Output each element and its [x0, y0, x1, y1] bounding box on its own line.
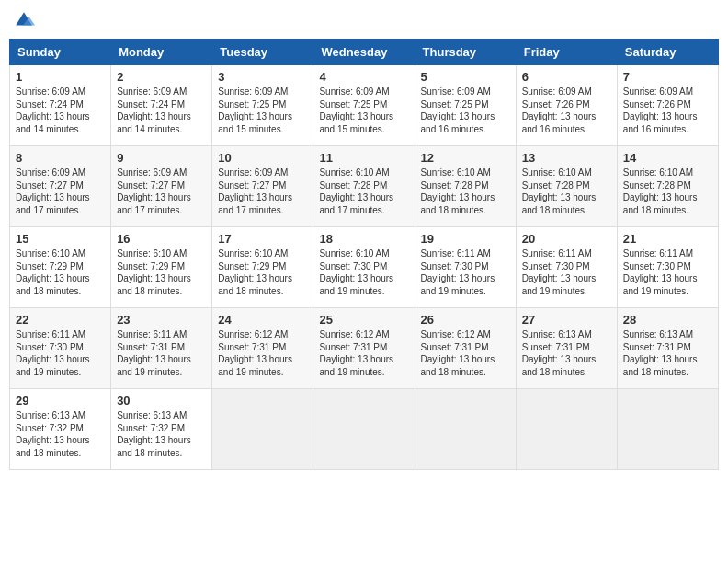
day-number: 28	[623, 313, 712, 327]
day-info: Sunrise: 6:13 AM Sunset: 7:31 PM Dayligh…	[522, 328, 611, 378]
day-number: 8	[16, 151, 105, 165]
day-number: 10	[218, 151, 307, 165]
calendar-week-1: 1 Sunrise: 6:09 AM Sunset: 7:24 PM Dayli…	[10, 65, 719, 146]
day-info: Sunrise: 6:10 AM Sunset: 7:30 PM Dayligh…	[319, 247, 408, 297]
calendar-week-2: 8 Sunrise: 6:09 AM Sunset: 7:27 PM Dayli…	[10, 146, 719, 227]
day-info: Sunrise: 6:13 AM Sunset: 7:32 PM Dayligh…	[117, 409, 206, 459]
day-info: Sunrise: 6:11 AM Sunset: 7:31 PM Dayligh…	[117, 328, 206, 378]
day-info: Sunrise: 6:10 AM Sunset: 7:28 PM Dayligh…	[421, 167, 510, 216]
weekday-header-thursday: Thursday	[415, 40, 516, 65]
day-number: 29	[16, 394, 105, 408]
day-number: 2	[117, 70, 206, 84]
calendar-cell: 27 Sunrise: 6:13 AM Sunset: 7:31 PM Dayl…	[516, 308, 617, 389]
calendar-cell: 4 Sunrise: 6:09 AM Sunset: 7:25 PM Dayli…	[313, 65, 415, 146]
calendar-cell: 13 Sunrise: 6:10 AM Sunset: 7:28 PM Dayl…	[516, 146, 617, 227]
day-info: Sunrise: 6:09 AM Sunset: 7:24 PM Dayligh…	[117, 86, 206, 135]
day-info: Sunrise: 6:12 AM Sunset: 7:31 PM Dayligh…	[218, 328, 307, 378]
day-info: Sunrise: 6:10 AM Sunset: 7:29 PM Dayligh…	[218, 247, 307, 297]
calendar-cell: 11 Sunrise: 6:10 AM Sunset: 7:28 PM Dayl…	[313, 146, 415, 227]
calendar-cell: 7 Sunrise: 6:09 AM Sunset: 7:26 PM Dayli…	[617, 65, 718, 146]
day-number: 9	[117, 151, 206, 165]
day-number: 11	[319, 151, 408, 165]
calendar-cell: 5 Sunrise: 6:09 AM Sunset: 7:25 PM Dayli…	[415, 65, 516, 146]
calendar-cell: 2 Sunrise: 6:09 AM Sunset: 7:24 PM Dayli…	[111, 65, 212, 146]
day-number: 25	[319, 313, 408, 327]
calendar-cell: 30 Sunrise: 6:13 AM Sunset: 7:32 PM Dayl…	[111, 389, 212, 470]
calendar-cell: 6 Sunrise: 6:09 AM Sunset: 7:26 PM Dayli…	[516, 65, 617, 146]
calendar-week-4: 22 Sunrise: 6:11 AM Sunset: 7:30 PM Dayl…	[10, 308, 719, 389]
day-number: 30	[117, 394, 206, 408]
day-info: Sunrise: 6:09 AM Sunset: 7:25 PM Dayligh…	[319, 86, 408, 135]
calendar-cell: 25 Sunrise: 6:12 AM Sunset: 7:31 PM Dayl…	[313, 308, 415, 389]
calendar-week-5: 29 Sunrise: 6:13 AM Sunset: 7:32 PM Dayl…	[10, 389, 719, 470]
calendar-cell: 17 Sunrise: 6:10 AM Sunset: 7:29 PM Dayl…	[212, 227, 313, 308]
calendar-cell	[212, 389, 313, 470]
calendar-cell: 9 Sunrise: 6:09 AM Sunset: 7:27 PM Dayli…	[111, 146, 212, 227]
calendar-cell: 15 Sunrise: 6:10 AM Sunset: 7:29 PM Dayl…	[10, 227, 111, 308]
day-number: 26	[421, 313, 510, 327]
calendar-week-3: 15 Sunrise: 6:10 AM Sunset: 7:29 PM Dayl…	[10, 227, 719, 308]
day-number: 13	[522, 151, 611, 165]
day-info: Sunrise: 6:11 AM Sunset: 7:30 PM Dayligh…	[16, 328, 105, 378]
day-number: 6	[522, 70, 611, 84]
day-info: Sunrise: 6:09 AM Sunset: 7:25 PM Dayligh…	[218, 86, 307, 135]
day-number: 24	[218, 313, 307, 327]
calendar-cell	[415, 389, 516, 470]
day-info: Sunrise: 6:12 AM Sunset: 7:31 PM Dayligh…	[421, 328, 510, 378]
day-number: 14	[623, 151, 712, 165]
day-info: Sunrise: 6:09 AM Sunset: 7:26 PM Dayligh…	[522, 86, 611, 135]
calendar-cell: 19 Sunrise: 6:11 AM Sunset: 7:30 PM Dayl…	[415, 227, 516, 308]
day-info: Sunrise: 6:09 AM Sunset: 7:27 PM Dayligh…	[16, 167, 105, 216]
day-info: Sunrise: 6:09 AM Sunset: 7:27 PM Dayligh…	[117, 167, 206, 216]
calendar-cell: 3 Sunrise: 6:09 AM Sunset: 7:25 PM Dayli…	[212, 65, 313, 146]
day-number: 3	[218, 70, 307, 84]
weekday-header-monday: Monday	[111, 40, 212, 65]
day-number: 15	[16, 232, 105, 246]
calendar-cell: 1 Sunrise: 6:09 AM Sunset: 7:24 PM Dayli…	[10, 65, 111, 146]
day-number: 27	[522, 313, 611, 327]
calendar-cell: 20 Sunrise: 6:11 AM Sunset: 7:30 PM Dayl…	[516, 227, 617, 308]
calendar-cell	[313, 389, 415, 470]
calendar-cell: 18 Sunrise: 6:10 AM Sunset: 7:30 PM Dayl…	[313, 227, 415, 308]
day-info: Sunrise: 6:11 AM Sunset: 7:30 PM Dayligh…	[522, 247, 611, 297]
day-number: 20	[522, 232, 611, 246]
day-number: 21	[623, 232, 712, 246]
weekday-header-sunday: Sunday	[10, 40, 111, 65]
weekday-header-friday: Friday	[516, 40, 617, 65]
calendar-cell: 28 Sunrise: 6:13 AM Sunset: 7:31 PM Dayl…	[617, 308, 718, 389]
day-info: Sunrise: 6:10 AM Sunset: 7:28 PM Dayligh…	[623, 167, 712, 216]
calendar: SundayMondayTuesdayWednesdayThursdayFrid…	[9, 39, 719, 470]
day-number: 17	[218, 232, 307, 246]
day-number: 19	[421, 232, 510, 246]
day-number: 16	[117, 232, 206, 246]
calendar-cell: 12 Sunrise: 6:10 AM Sunset: 7:28 PM Dayl…	[415, 146, 516, 227]
day-number: 7	[623, 70, 712, 84]
calendar-cell: 21 Sunrise: 6:11 AM Sunset: 7:30 PM Dayl…	[617, 227, 718, 308]
day-info: Sunrise: 6:13 AM Sunset: 7:32 PM Dayligh…	[16, 409, 105, 459]
calendar-cell: 14 Sunrise: 6:10 AM Sunset: 7:28 PM Dayl…	[617, 146, 718, 227]
calendar-cell: 8 Sunrise: 6:09 AM Sunset: 7:27 PM Dayli…	[10, 146, 111, 227]
day-info: Sunrise: 6:10 AM Sunset: 7:28 PM Dayligh…	[319, 167, 408, 216]
day-info: Sunrise: 6:09 AM Sunset: 7:26 PM Dayligh…	[623, 86, 712, 135]
day-info: Sunrise: 6:11 AM Sunset: 7:30 PM Dayligh…	[623, 247, 712, 297]
calendar-cell: 23 Sunrise: 6:11 AM Sunset: 7:31 PM Dayl…	[111, 308, 212, 389]
calendar-cell: 16 Sunrise: 6:10 AM Sunset: 7:29 PM Dayl…	[111, 227, 212, 308]
logo-icon	[13, 9, 35, 31]
day-number: 18	[319, 232, 408, 246]
calendar-cell: 24 Sunrise: 6:12 AM Sunset: 7:31 PM Dayl…	[212, 308, 313, 389]
day-info: Sunrise: 6:09 AM Sunset: 7:24 PM Dayligh…	[16, 86, 105, 135]
day-info: Sunrise: 6:09 AM Sunset: 7:27 PM Dayligh…	[218, 167, 307, 216]
day-info: Sunrise: 6:12 AM Sunset: 7:31 PM Dayligh…	[319, 328, 408, 378]
day-info: Sunrise: 6:10 AM Sunset: 7:28 PM Dayligh…	[522, 167, 611, 216]
weekday-header-wednesday: Wednesday	[313, 40, 415, 65]
day-info: Sunrise: 6:11 AM Sunset: 7:30 PM Dayligh…	[421, 247, 510, 297]
day-info: Sunrise: 6:10 AM Sunset: 7:29 PM Dayligh…	[16, 247, 105, 297]
day-info: Sunrise: 6:13 AM Sunset: 7:31 PM Dayligh…	[623, 328, 712, 378]
day-number: 23	[117, 313, 206, 327]
calendar-cell: 10 Sunrise: 6:09 AM Sunset: 7:27 PM Dayl…	[212, 146, 313, 227]
day-info: Sunrise: 6:10 AM Sunset: 7:29 PM Dayligh…	[117, 247, 206, 297]
day-number: 4	[319, 70, 408, 84]
day-number: 1	[16, 70, 105, 84]
day-number: 22	[16, 313, 105, 327]
calendar-cell	[516, 389, 617, 470]
